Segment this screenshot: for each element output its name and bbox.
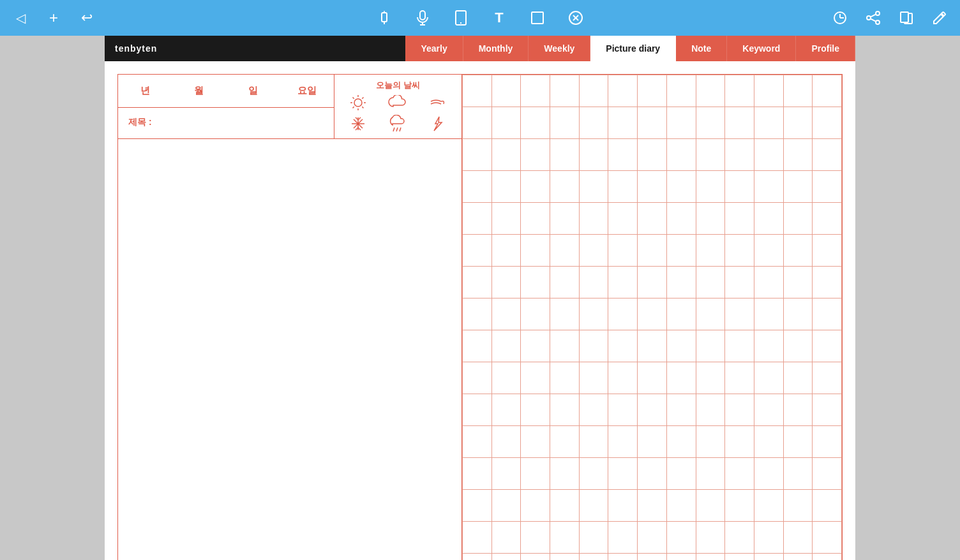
grid-cell[interactable] — [491, 267, 521, 298]
grid-cell[interactable] — [638, 522, 667, 554]
grid-cell[interactable] — [813, 426, 842, 458]
grid-cell[interactable] — [783, 362, 813, 394]
grid-cell[interactable] — [754, 171, 783, 203]
grid-cell[interactable] — [579, 554, 608, 561]
grid-cell[interactable] — [696, 171, 725, 203]
grid-cell[interactable] — [754, 267, 783, 298]
grid-cell[interactable] — [608, 298, 638, 330]
grid-cell[interactable] — [550, 490, 580, 522]
grid-cell[interactable] — [754, 554, 783, 561]
grid-cell[interactable] — [813, 171, 842, 203]
grid-cell[interactable] — [725, 235, 754, 267]
grid-cell[interactable] — [696, 554, 725, 561]
grid-cell[interactable] — [608, 139, 638, 171]
grid-cell[interactable] — [666, 490, 696, 522]
grid-cell[interactable] — [666, 522, 696, 554]
grid-cell[interactable] — [550, 139, 580, 171]
grid-cell[interactable] — [521, 426, 550, 458]
grid-cell[interactable] — [638, 267, 667, 298]
grid-cell[interactable] — [550, 171, 580, 203]
grid-cell[interactable] — [521, 107, 550, 139]
grid-cell[interactable] — [666, 554, 696, 561]
grid-cell[interactable] — [666, 267, 696, 298]
grid-cell[interactable] — [463, 554, 492, 561]
microphone-icon[interactable] — [412, 8, 433, 28]
grid-cell[interactable] — [783, 426, 813, 458]
grid-cell[interactable] — [666, 235, 696, 267]
grid-cell[interactable] — [521, 490, 550, 522]
tab-picture-diary[interactable]: Picture diary — [590, 36, 676, 61]
grid-cell[interactable] — [783, 458, 813, 490]
grid-cell[interactable] — [638, 554, 667, 561]
grid-cell[interactable] — [754, 522, 783, 554]
grid-cell[interactable] — [783, 203, 813, 235]
grid-cell[interactable] — [666, 107, 696, 139]
grid-cell[interactable] — [725, 203, 754, 235]
grid-cell[interactable] — [696, 458, 725, 490]
grid-cell[interactable] — [638, 75, 667, 107]
grid-cell[interactable] — [491, 298, 521, 330]
grid-cell[interactable] — [725, 458, 754, 490]
grid-cell[interactable] — [521, 554, 550, 561]
grid-cell[interactable] — [463, 522, 492, 554]
grid-cell[interactable] — [813, 458, 842, 490]
grid-cell[interactable] — [666, 171, 696, 203]
grid-cell[interactable] — [725, 330, 754, 362]
grid-cell[interactable] — [463, 171, 492, 203]
grid-cell[interactable] — [550, 107, 580, 139]
grid-cell[interactable] — [696, 107, 725, 139]
grid-cell[interactable] — [783, 490, 813, 522]
grid-cell[interactable] — [463, 139, 492, 171]
grid-cell[interactable] — [813, 490, 842, 522]
tab-note[interactable]: Note — [676, 36, 727, 61]
grid-cell[interactable] — [725, 554, 754, 561]
grid-cell[interactable] — [813, 235, 842, 267]
text-icon[interactable]: T — [489, 8, 509, 28]
grid-cell[interactable] — [754, 458, 783, 490]
grid-cell[interactable] — [491, 458, 521, 490]
grid-cell[interactable] — [579, 75, 608, 107]
grid-cell[interactable] — [696, 139, 725, 171]
grid-cell[interactable] — [491, 330, 521, 362]
grid-cell[interactable] — [463, 362, 492, 394]
grid-cell[interactable] — [608, 362, 638, 394]
tab-profile[interactable]: Profile — [796, 36, 855, 61]
grid-cell[interactable] — [696, 235, 725, 267]
grid-cell[interactable] — [813, 394, 842, 426]
grid-cell[interactable] — [550, 522, 580, 554]
grid-cell[interactable] — [579, 203, 608, 235]
grid-cell[interactable] — [463, 203, 492, 235]
weather-snow-icon[interactable] — [340, 114, 377, 133]
grid-cell[interactable] — [579, 426, 608, 458]
grid-cell[interactable] — [550, 298, 580, 330]
grid-cell[interactable] — [754, 426, 783, 458]
grid-cell[interactable] — [463, 267, 492, 298]
grid-cell[interactable] — [491, 554, 521, 561]
grid-cell[interactable] — [608, 522, 638, 554]
grid-cell[interactable] — [608, 267, 638, 298]
weather-sunny-icon[interactable] — [340, 94, 377, 112]
grid-cell[interactable] — [638, 426, 667, 458]
grid-cell[interactable] — [550, 203, 580, 235]
grid-cell[interactable] — [550, 267, 580, 298]
grid-cell[interactable] — [579, 267, 608, 298]
grid-cell[interactable] — [521, 235, 550, 267]
grid-cell[interactable] — [579, 171, 608, 203]
grid-cell[interactable] — [638, 298, 667, 330]
close-circle-icon[interactable] — [566, 8, 586, 28]
grid-cell[interactable] — [813, 267, 842, 298]
grid-cell[interactable] — [813, 554, 842, 561]
grid-cell[interactable] — [666, 139, 696, 171]
grid-cell[interactable] — [783, 330, 813, 362]
grid-cell[interactable] — [638, 458, 667, 490]
grid-cell[interactable] — [813, 139, 842, 171]
grid-cell[interactable] — [754, 330, 783, 362]
grid-cell[interactable] — [550, 458, 580, 490]
grid-cell[interactable] — [579, 522, 608, 554]
grid-cell[interactable] — [813, 203, 842, 235]
grid-cell[interactable] — [579, 235, 608, 267]
grid-cell[interactable] — [666, 298, 696, 330]
grid-cell[interactable] — [521, 75, 550, 107]
grid-cell[interactable] — [666, 426, 696, 458]
grid-cell[interactable] — [491, 394, 521, 426]
